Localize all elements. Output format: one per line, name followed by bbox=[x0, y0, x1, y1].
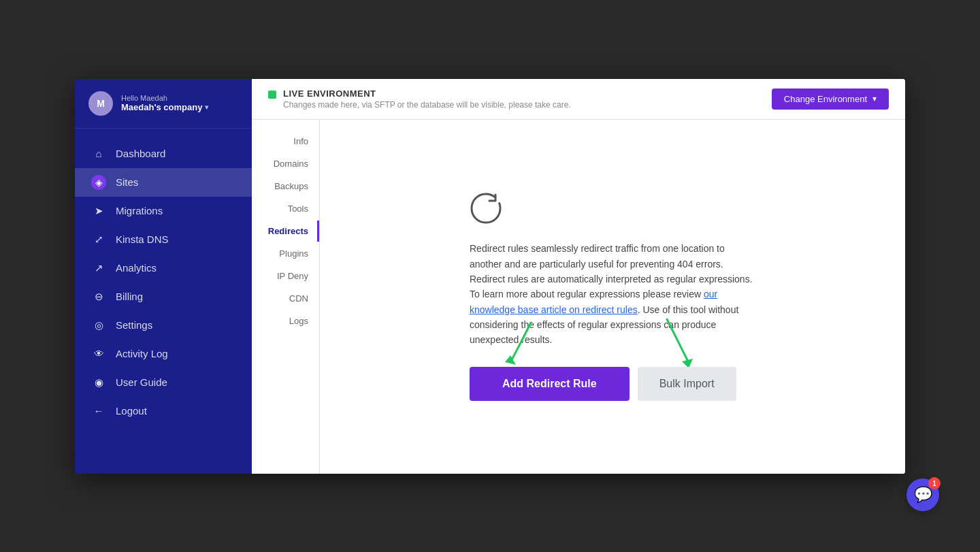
sidebar-item-label: Kinsta DNS bbox=[116, 233, 169, 245]
sites-icon bbox=[91, 175, 106, 190]
user-guide-icon: ◉ bbox=[91, 375, 106, 390]
sidebar-item-label: Analytics bbox=[116, 262, 157, 274]
user-info: Hello Maedah Maedah's company ▾ bbox=[121, 94, 238, 112]
sidebar-item-user-guide[interactable]: ◉ User Guide bbox=[75, 368, 252, 397]
redirects-info-panel: Redirect rules seamlessly redirect traff… bbox=[470, 192, 755, 401]
sub-nav-item-domains[interactable]: Domains bbox=[252, 153, 319, 174]
sidebar: M Hello Maedah Maedah's company ▾ ⌂ Dash… bbox=[75, 79, 252, 474]
env-status-dot bbox=[268, 91, 276, 99]
content-area: Info Domains Backups Tools Redirects Plu… bbox=[252, 120, 905, 474]
redirect-description: Redirect rules seamlessly redirect traff… bbox=[470, 241, 755, 348]
sidebar-item-dashboard[interactable]: ⌂ Dashboard bbox=[75, 140, 252, 168]
action-area: Add Redirect Rule Bulk Import bbox=[470, 367, 755, 401]
sub-nav-item-plugins[interactable]: Plugins bbox=[252, 243, 319, 264]
dashboard-icon: ⌂ bbox=[91, 146, 106, 161]
sidebar-item-analytics[interactable]: ↗ Analytics bbox=[75, 254, 252, 282]
env-subtitle: Changes made here, via SFTP or the datab… bbox=[283, 100, 571, 110]
sidebar-header[interactable]: M Hello Maedah Maedah's company ▾ bbox=[75, 79, 252, 129]
sub-nav-item-info[interactable]: Info bbox=[252, 131, 319, 152]
environment-bar: LIVE ENVIRONMENT Changes made here, via … bbox=[252, 79, 905, 120]
sidebar-item-label: Dashboard bbox=[116, 148, 165, 159]
add-redirect-rule-button[interactable]: Add Redirect Rule bbox=[470, 367, 630, 401]
sidebar-item-label: Billing bbox=[116, 291, 143, 302]
sub-nav-item-backups[interactable]: Backups bbox=[252, 176, 319, 197]
settings-icon: ◎ bbox=[91, 318, 106, 333]
migrations-icon: ➤ bbox=[91, 204, 106, 218]
sidebar-item-label: User Guide bbox=[116, 376, 167, 388]
env-title: LIVE ENVIRONMENT bbox=[283, 88, 571, 99]
sidebar-item-kinsta-dns[interactable]: ⤢ Kinsta DNS bbox=[75, 225, 252, 254]
sidebar-item-label: Migrations bbox=[116, 205, 163, 216]
env-info: LIVE ENVIRONMENT Changes made here, via … bbox=[268, 88, 571, 110]
sidebar-item-logout[interactable]: ← Logout bbox=[75, 397, 252, 425]
redirects-page-content: Redirect rules seamlessly redirect traff… bbox=[320, 120, 905, 474]
billing-icon: ⊖ bbox=[91, 289, 106, 304]
company-name: Maedah's company ▾ bbox=[121, 102, 238, 112]
activity-log-icon: 👁 bbox=[91, 346, 106, 361]
chat-badge: 1 bbox=[928, 477, 941, 489]
sub-nav-item-tools[interactable]: Tools bbox=[252, 198, 319, 219]
chevron-down-icon: ▾ bbox=[205, 103, 208, 111]
sidebar-nav: ⌂ Dashboard Sites ➤ Migrations ⤢ Kinsta … bbox=[75, 129, 252, 474]
sub-nav-item-cdn[interactable]: CDN bbox=[252, 288, 319, 309]
bulk-import-button[interactable]: Bulk Import bbox=[638, 367, 736, 401]
sidebar-item-label: Sites bbox=[116, 176, 138, 188]
dns-icon: ⤢ bbox=[91, 232, 106, 247]
sub-navigation: Info Domains Backups Tools Redirects Plu… bbox=[252, 120, 320, 474]
sidebar-item-settings[interactable]: ◎ Settings bbox=[75, 311, 252, 340]
sub-nav-item-logs[interactable]: Logs bbox=[252, 310, 319, 331]
sidebar-item-migrations[interactable]: ➤ Migrations bbox=[75, 197, 252, 225]
chat-widget[interactable]: 1 bbox=[906, 478, 939, 511]
svg-marker-0 bbox=[505, 355, 516, 365]
avatar: M bbox=[88, 91, 113, 116]
change-environment-button[interactable]: Change Environment bbox=[772, 88, 889, 110]
sub-nav-item-redirects[interactable]: Redirects bbox=[252, 221, 319, 242]
logout-icon: ← bbox=[91, 404, 106, 419]
sidebar-item-activity-log[interactable]: 👁 Activity Log bbox=[75, 340, 252, 368]
sub-nav-item-ip-deny[interactable]: IP Deny bbox=[252, 265, 319, 287]
main-content: LIVE ENVIRONMENT Changes made here, via … bbox=[252, 79, 905, 474]
analytics-icon: ↗ bbox=[91, 261, 106, 276]
sidebar-item-billing[interactable]: ⊖ Billing bbox=[75, 282, 252, 311]
env-details: LIVE ENVIRONMENT Changes made here, via … bbox=[283, 88, 571, 110]
redirect-icon bbox=[470, 192, 502, 225]
sidebar-item-label: Activity Log bbox=[116, 348, 168, 359]
sidebar-item-sites[interactable]: Sites bbox=[75, 168, 252, 197]
sidebar-item-label: Settings bbox=[116, 319, 152, 331]
action-buttons: Add Redirect Rule Bulk Import bbox=[470, 367, 755, 401]
greeting-text: Hello Maedah bbox=[121, 94, 238, 102]
sidebar-item-label: Logout bbox=[116, 405, 147, 417]
